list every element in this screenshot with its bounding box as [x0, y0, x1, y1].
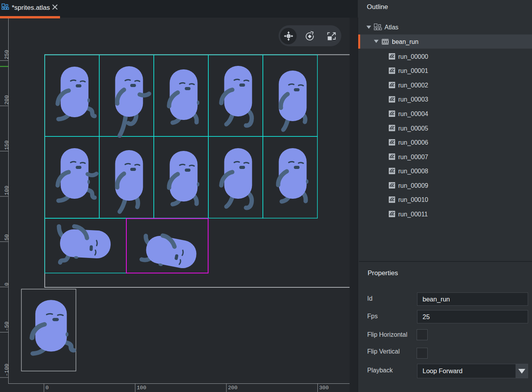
svg-text:run_00011: run_00011: [398, 211, 428, 218]
svg-text:200: 200: [228, 385, 237, 391]
svg-text:run_00000: run_00000: [398, 53, 428, 60]
svg-text:0: 0: [4, 283, 10, 286]
svg-text:0: 0: [46, 385, 49, 391]
svg-text:-50: -50: [4, 321, 10, 331]
svg-text:run_00003: run_00003: [398, 96, 428, 103]
svg-text:100: 100: [137, 385, 146, 391]
svg-text:50: 50: [4, 234, 10, 240]
svg-text:250: 250: [4, 50, 10, 59]
svg-text:run_00004: run_00004: [398, 111, 428, 118]
svg-text:run_00006: run_00006: [398, 139, 428, 146]
svg-text:run_00008: run_00008: [398, 168, 428, 175]
svg-text:150: 150: [4, 140, 10, 150]
svg-text:run_00009: run_00009: [398, 182, 428, 189]
svg-text:run_00001: run_00001: [398, 67, 428, 74]
svg-text:run_00010: run_00010: [398, 196, 428, 203]
svg-text:run_00007: run_00007: [398, 154, 428, 161]
svg-text:300: 300: [319, 385, 329, 391]
svg-text:bean_run: bean_run: [392, 38, 419, 45]
svg-text:-100: -100: [4, 364, 10, 376]
svg-text:100: 100: [4, 186, 10, 195]
svg-text:run_00002: run_00002: [398, 82, 428, 89]
svg-text:Atlas: Atlas: [384, 24, 399, 31]
svg-text:run_00005: run_00005: [398, 125, 428, 132]
svg-text:200: 200: [4, 95, 10, 105]
